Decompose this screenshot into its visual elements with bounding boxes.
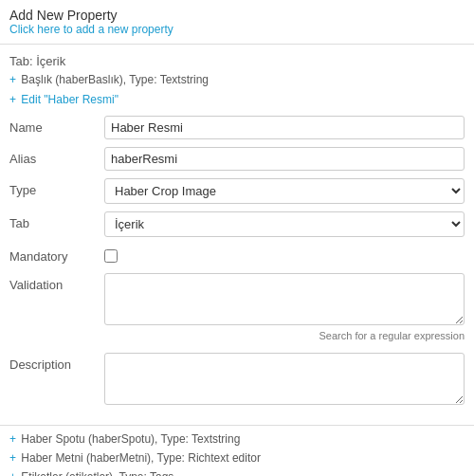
page-title: Add New Property [9, 8, 465, 23]
tab-label: Tab: İçerik [0, 48, 474, 70]
property-item-baslik[interactable]: + Başlık (haberBaslık), Type: Textstring [0, 70, 474, 89]
type-label: Type [9, 178, 104, 197]
description-textarea[interactable] [104, 353, 465, 405]
description-row: Description [9, 353, 465, 408]
alias-label: Alias [9, 147, 104, 166]
tab-control: İçerik [104, 211, 465, 237]
property-form: Name Alias Type Haber Crop Image Tab İçe… [0, 110, 474, 421]
alias-control [104, 147, 465, 171]
validation-row: Validation Search for a regular expressi… [9, 273, 465, 345]
description-control [104, 353, 465, 408]
name-control [104, 116, 465, 139]
plus-icon-metni: + [9, 451, 16, 465]
name-label: Name [9, 116, 104, 135]
bottom-item-spotu[interactable]: + Haber Spotu (haberSpotu), Type: Textst… [9, 430, 465, 449]
mandatory-label: Mandatory [9, 245, 104, 264]
bottom-item-spotu-text: Haber Spotu (haberSpotu), Type: Textstri… [21, 432, 240, 446]
type-control: Haber Crop Image [104, 178, 465, 204]
property-baslik-text: Başlık (haberBaslık), Type: Textstring [18, 73, 209, 86]
mandatory-control [104, 245, 465, 265]
name-input[interactable] [104, 116, 465, 139]
type-row: Type Haber Crop Image [9, 178, 465, 204]
plus-icon-edit: + [9, 93, 16, 106]
type-select[interactable]: Haber Crop Image [104, 178, 465, 204]
mandatory-row: Mandatory [9, 245, 465, 265]
edit-haber-resmi-text[interactable]: Edit "Haber Resmi" [18, 93, 118, 106]
plus-icon-etiketler: + [9, 470, 16, 476]
mandatory-checkbox[interactable] [104, 249, 118, 263]
description-label: Description [9, 353, 104, 372]
alias-input[interactable] [104, 147, 465, 171]
validation-helper: Search for a regular expression [104, 330, 465, 341]
bottom-properties: + Haber Spotu (haberSpotu), Type: Textst… [0, 425, 474, 476]
validation-label: Validation [9, 273, 104, 292]
plus-icon: + [9, 73, 16, 86]
tab-field-label: Tab [9, 211, 104, 230]
tab-row: Tab İçerik [9, 211, 465, 237]
tab-select[interactable]: İçerik [104, 211, 465, 237]
edit-haber-resmi[interactable]: + Edit "Haber Resmi" [0, 89, 474, 110]
header-divider [0, 44, 474, 45]
add-property-link[interactable]: Click here to add a new property [9, 23, 465, 36]
plus-icon-spotu: + [9, 432, 16, 446]
add-property-header: Add New Property Click here to add a new… [0, 0, 474, 40]
bottom-item-etiketler[interactable]: + Etiketler (etiketler), Type: Tags [9, 467, 465, 476]
bottom-item-metni[interactable]: + Haber Metni (haberMetni), Type: Richte… [9, 449, 465, 467]
alias-row: Alias [9, 147, 465, 171]
bottom-item-etiketler-text: Etiketler (etiketler), Type: Tags [21, 470, 173, 476]
validation-textarea[interactable] [104, 273, 465, 325]
name-row: Name [9, 116, 465, 139]
bottom-item-metni-text: Haber Metni (haberMetni), Type: Richtext… [21, 451, 261, 465]
validation-control: Search for a regular expression [104, 273, 465, 345]
